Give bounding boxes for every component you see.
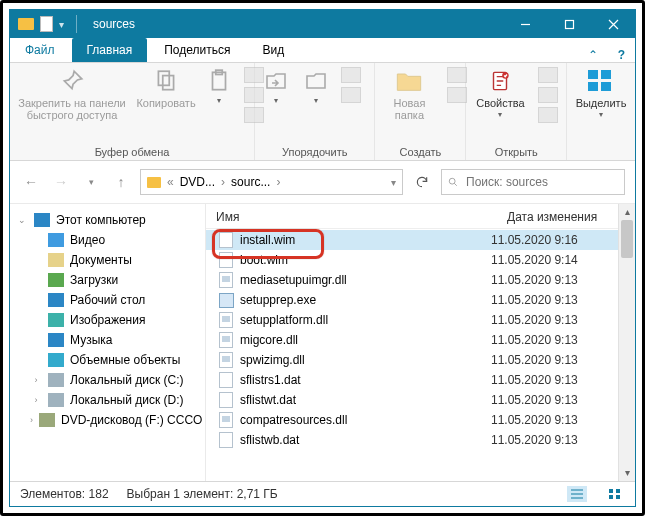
recent-button[interactable]: ▾ — [80, 171, 102, 193]
nav-item[interactable]: ›Локальный диск (C:) — [10, 370, 205, 390]
file-row[interactable]: mediasetupuimgr.dll11.05.2020 9:13 — [206, 270, 619, 290]
nav-label: Рабочий стол — [70, 293, 145, 307]
properties-button[interactable]: Свойства▾ — [472, 67, 528, 120]
paste-button[interactable]: ▾ — [204, 67, 234, 106]
file-row[interactable]: sflistwt.dat11.05.2020 9:13 — [206, 390, 619, 410]
chevron-icon[interactable]: › — [30, 375, 42, 385]
tab-share[interactable]: Поделиться — [149, 38, 245, 62]
file-name: setupplatform.dll — [240, 313, 485, 327]
file-row[interactable]: compatresources.dll11.05.2020 9:13 — [206, 410, 619, 430]
scroll-up-icon[interactable]: ▴ — [619, 204, 635, 220]
file-row[interactable]: setupprep.exe11.05.2020 9:13 — [206, 290, 619, 310]
edit-icon[interactable] — [538, 87, 558, 103]
nav-item[interactable]: Изображения — [10, 310, 205, 330]
delete-icon[interactable] — [341, 67, 361, 83]
nav-pane: ⌄ Этот компьютер ВидеоДокументыЗагрузкиР… — [10, 204, 206, 481]
nav-this-pc[interactable]: ⌄ Этот компьютер — [10, 210, 205, 230]
new-folder-button[interactable]: Новая папка — [381, 67, 437, 121]
new-item-icon[interactable] — [447, 67, 467, 83]
crumb-dvd[interactable]: DVD... — [180, 175, 215, 189]
cut-icon[interactable] — [244, 67, 264, 83]
ribbon: Закрепить на панели быстрого доступа Коп… — [10, 63, 635, 161]
open-icon[interactable] — [538, 67, 558, 83]
pin-button[interactable]: Закрепить на панели быстрого доступа — [16, 67, 128, 121]
move-to-button[interactable]: ▾ — [261, 67, 291, 106]
chevron-right-icon: › — [221, 175, 225, 189]
nav-label: Локальный диск (C:) — [70, 373, 184, 387]
minimize-button[interactable] — [503, 10, 547, 38]
nav-item[interactable]: Музыка — [10, 330, 205, 350]
nav-icon — [39, 413, 55, 427]
file-icon — [218, 412, 234, 428]
rename-icon[interactable] — [341, 87, 361, 103]
search-box[interactable] — [441, 169, 625, 195]
nav-item[interactable]: ›DVD-дисковод (F:) CCCO — [10, 410, 205, 430]
file-row[interactable]: install.wim11.05.2020 9:16 — [206, 230, 619, 250]
title-bar: ▾ sources — [10, 10, 635, 38]
file-icon — [218, 312, 234, 328]
view-details-button[interactable] — [567, 486, 587, 502]
nav-item[interactable]: Загрузки — [10, 270, 205, 290]
up-button[interactable]: ↑ — [110, 171, 132, 193]
tab-file[interactable]: Файл — [10, 38, 70, 62]
back-button[interactable]: ← — [20, 171, 42, 193]
nav-label: Объемные объекты — [70, 353, 180, 367]
ribbon-collapse-icon[interactable]: ⌃ — [578, 48, 608, 62]
column-headers[interactable]: Имя Дата изменения — [206, 204, 635, 229]
paste-shortcut-icon[interactable] — [244, 107, 264, 123]
col-name[interactable]: Имя — [216, 210, 507, 224]
crumb-sources[interactable]: sourc... — [231, 175, 270, 189]
nav-item[interactable]: Документы — [10, 250, 205, 270]
refresh-button[interactable] — [411, 171, 433, 193]
file-row[interactable]: migcore.dll11.05.2020 9:13 — [206, 330, 619, 350]
chevron-down-icon[interactable]: ⌄ — [16, 215, 28, 225]
breadcrumb[interactable]: « DVD... › sourc... › ▾ — [140, 169, 403, 195]
status-bar: Элементов: 182 Выбран 1 элемент: 2,71 ГБ — [10, 481, 635, 506]
select-button[interactable]: Выделить▾ — [573, 67, 629, 120]
file-name: install.wim — [240, 233, 485, 247]
nav-item[interactable]: ›Локальный диск (D:) — [10, 390, 205, 410]
history-dropdown-icon[interactable]: ▾ — [391, 177, 396, 188]
qat-dropdown-icon[interactable]: ▾ — [59, 19, 64, 30]
copy-button[interactable]: Копировать — [138, 67, 194, 109]
file-row[interactable]: spwizimg.dll11.05.2020 9:13 — [206, 350, 619, 370]
nav-item[interactable]: Объемные объекты — [10, 350, 205, 370]
chevron-icon[interactable]: › — [30, 395, 42, 405]
nav-item[interactable]: Рабочий стол — [10, 290, 205, 310]
history-icon[interactable] — [538, 107, 558, 123]
nav-label: Видео — [70, 233, 105, 247]
maximize-button[interactable] — [547, 10, 591, 38]
scroll-thumb[interactable] — [621, 220, 633, 258]
chevron-icon[interactable]: › — [30, 415, 33, 425]
copy-to-button[interactable]: ▾ — [301, 67, 331, 106]
file-row[interactable]: sflistwb.dat11.05.2020 9:13 — [206, 430, 619, 450]
close-button[interactable] — [591, 10, 635, 38]
group-organize-label: Упорядочить — [261, 146, 368, 158]
svg-rect-0 — [565, 20, 573, 28]
nav-label: DVD-дисковод (F:) CCCO — [61, 413, 202, 427]
copy-path-icon[interactable] — [244, 87, 264, 103]
view-icons-button[interactable] — [605, 486, 625, 502]
file-name: mediasetupuimgr.dll — [240, 273, 485, 287]
group-clipboard-label: Буфер обмена — [16, 146, 248, 158]
help-icon[interactable]: ? — [608, 48, 635, 62]
file-row[interactable]: boot.wim11.05.2020 9:14 — [206, 250, 619, 270]
chevron-icon: « — [167, 175, 174, 189]
tab-home[interactable]: Главная — [72, 38, 148, 62]
file-date: 11.05.2020 9:13 — [491, 273, 611, 287]
file-row[interactable]: setupplatform.dll11.05.2020 9:13 — [206, 310, 619, 330]
status-selection: Выбран 1 элемент: 2,71 ГБ — [127, 487, 278, 501]
nav-label: Этот компьютер — [56, 213, 146, 227]
easy-access-icon[interactable] — [447, 87, 467, 103]
nav-item[interactable]: Видео — [10, 230, 205, 250]
search-input[interactable] — [464, 174, 618, 190]
scrollbar[interactable]: ▴ ▾ — [618, 204, 635, 481]
nav-label: Музыка — [70, 333, 112, 347]
col-date[interactable]: Дата изменения — [507, 210, 627, 224]
group-select-label — [573, 146, 629, 158]
forward-button[interactable]: → — [50, 171, 72, 193]
scroll-down-icon[interactable]: ▾ — [619, 465, 635, 481]
file-row[interactable]: sflistrs1.dat11.05.2020 9:13 — [206, 370, 619, 390]
tab-bar: Файл Главная Поделиться Вид ⌃ ? — [10, 38, 635, 63]
tab-view[interactable]: Вид — [247, 38, 299, 62]
